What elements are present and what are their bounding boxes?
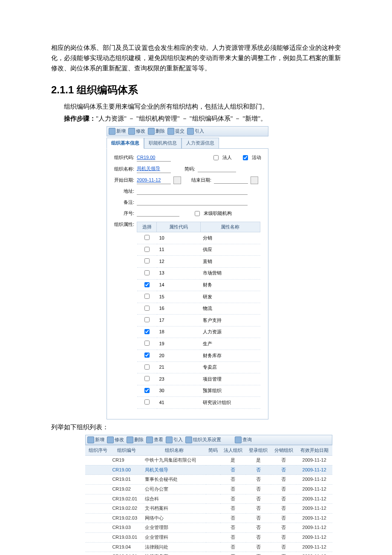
attr-row[interactable]: 12直销	[137, 256, 260, 268]
attr-row[interactable]: 18人力资源	[137, 326, 260, 338]
attr-checkbox[interactable]	[144, 247, 150, 252]
btn-label: 删除	[134, 436, 144, 444]
attr-checkbox[interactable]	[144, 306, 150, 311]
attr-row[interactable]: 13市场营销	[137, 267, 260, 279]
attr-checkbox[interactable]	[144, 388, 150, 393]
input-seq[interactable]	[137, 210, 179, 217]
cell-code: CR19.02.02	[110, 504, 143, 514]
cell-abbr	[206, 523, 220, 533]
btn-delete[interactable]: 删除	[148, 127, 165, 135]
attr-checkbox[interactable]	[144, 317, 150, 322]
attr-checkbox[interactable]	[144, 258, 150, 263]
btn-import[interactable]: 引入	[187, 127, 204, 135]
attr-row[interactable]: 10分销	[137, 232, 260, 244]
cell-login: 否	[246, 513, 271, 523]
cell-seq	[85, 542, 110, 552]
heading-211: 2.1.1 组织编码体系	[51, 82, 341, 98]
btn-new[interactable]: 新增	[109, 127, 126, 135]
cell-login: 否	[246, 504, 271, 514]
value-start-date[interactable]: 2009-11-12	[137, 176, 171, 185]
btn-new[interactable]: 新增	[87, 436, 104, 444]
step-label: 操作步骤：	[64, 115, 96, 122]
new-icon	[109, 128, 115, 135]
btn-edit[interactable]: 修改	[107, 436, 124, 444]
attr-checkbox[interactable]	[144, 376, 150, 381]
btn-submit[interactable]: 提交	[167, 127, 184, 135]
attr-row[interactable]: 30预算组织	[137, 385, 260, 397]
attr-row[interactable]: 16物流	[137, 303, 260, 315]
input-end-date[interactable]	[214, 177, 248, 184]
table-row[interactable]: CR19.02.01综合科否否否2009-11-12	[85, 494, 332, 504]
input-remark[interactable]	[137, 199, 248, 205]
attr-row[interactable]: 21专卖店	[137, 361, 260, 373]
attr-row[interactable]: 14财务	[137, 279, 260, 291]
attr-checkbox[interactable]	[144, 282, 150, 287]
btn-delete[interactable]: 删除	[127, 436, 144, 444]
table-row[interactable]: CR19.02.02文书档案科否否否2009-11-12	[85, 504, 332, 514]
attr-checkbox[interactable]	[144, 364, 150, 370]
table-row[interactable]: CR19.04法律顾问处否否否2009-11-12	[85, 542, 332, 552]
calendar-icon[interactable]	[173, 176, 181, 184]
table-row[interactable]: CR19.02公司办公室否否否2009-11-12	[85, 485, 332, 494]
attr-row[interactable]: 23项目管理	[137, 373, 260, 385]
value-code[interactable]: CR19.00	[137, 154, 171, 162]
cell-seq	[85, 504, 110, 514]
attr-row[interactable]: 20财务库存	[137, 350, 260, 362]
label-active: 活动	[252, 154, 261, 162]
attr-checkbox[interactable]	[144, 353, 150, 358]
attr-row[interactable]: 19生产	[137, 338, 260, 350]
attr-code: 20	[157, 350, 201, 362]
label-code: 组织代码:	[114, 154, 134, 162]
cell-seq	[85, 552, 110, 555]
attr-checkbox[interactable]	[144, 294, 150, 299]
input-address[interactable]	[137, 188, 248, 195]
value-name[interactable]: 局机关领导	[137, 165, 171, 173]
table-row[interactable]: CR19.00局机关领导否否否2009-11-12	[85, 465, 332, 475]
new-icon	[87, 436, 94, 443]
tab-function-info[interactable]: 职能机构信息	[144, 138, 182, 149]
attr-row[interactable]: 15研发	[137, 291, 260, 303]
table-row[interactable]: CR19.03企业管理部否否否2009-11-12	[85, 523, 332, 533]
tab-hr-info[interactable]: 人力资源信息	[182, 138, 219, 149]
checkbox-legal[interactable]	[213, 155, 219, 160]
cell-dist: 否	[271, 485, 296, 494]
calendar-icon[interactable]	[251, 176, 258, 184]
table-row[interactable]: CR19.01董事长会秘书处否否否2009-11-12	[85, 475, 332, 485]
btn-view[interactable]: 查看	[146, 436, 163, 444]
btn-import[interactable]: 引入	[166, 436, 183, 444]
table-row[interactable]: CR19.02.03网络中心否否否2009-11-12	[85, 513, 332, 523]
attr-code: 17	[157, 315, 201, 327]
cell-dist: 否	[271, 475, 296, 485]
input-abbr[interactable]	[198, 166, 236, 172]
table-row[interactable]: CR19.03.01企业管理科否否否2009-11-12	[85, 532, 332, 542]
submit-icon	[167, 128, 174, 135]
btn-org-relation[interactable]: 组织关系设置	[185, 436, 221, 444]
cell-code: CR19.02.03	[110, 513, 143, 523]
label-start-date: 开始日期:	[114, 176, 134, 184]
th-abbr: 简码	[206, 445, 220, 456]
btn-query[interactable]: 查询	[235, 436, 252, 444]
cell-seq	[85, 475, 110, 485]
checkbox-active[interactable]	[243, 155, 248, 160]
checkbox-leaf[interactable]	[195, 211, 200, 216]
cell-date: 2009-11-12	[296, 494, 332, 504]
table-row[interactable]: CR19中铁十九局集团有限公司是是否2009-11-12	[85, 456, 332, 465]
attr-checkbox[interactable]	[144, 329, 150, 334]
attr-checkbox[interactable]	[144, 235, 150, 240]
attr-name: 直销	[200, 256, 260, 268]
cell-name: 局机关领导	[143, 465, 206, 475]
attr-row[interactable]: 41研究设计组织	[137, 397, 260, 409]
cell-seq	[85, 456, 110, 465]
attr-checkbox[interactable]	[144, 341, 150, 346]
btn-edit[interactable]: 修改	[128, 127, 145, 135]
attr-row[interactable]: 17客户支持	[137, 315, 260, 327]
attr-checkbox[interactable]	[144, 399, 150, 405]
p-list-intro: 列举如下组织列表：	[51, 422, 341, 432]
attr-row[interactable]: 11供应	[137, 244, 260, 256]
attr-checkbox[interactable]	[144, 270, 150, 275]
tab-basic-info[interactable]: 组织基本信息	[107, 138, 144, 149]
cell-seq	[85, 532, 110, 542]
th-seq: 组织序号	[85, 445, 110, 456]
table-row[interactable]: CR19.04.01法律事务室否否否2009-11-12	[85, 552, 332, 555]
btn-label: 引入	[173, 436, 183, 444]
